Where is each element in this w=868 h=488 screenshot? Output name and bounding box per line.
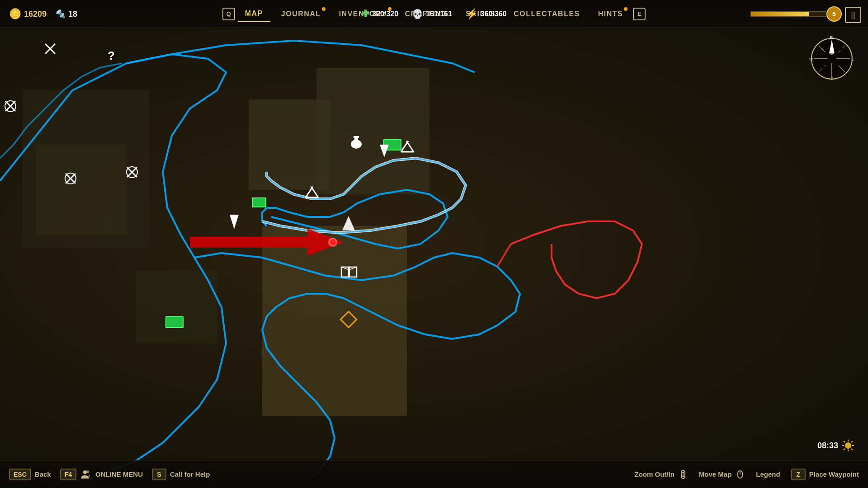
svg-rect-20 (354, 136, 359, 138)
svg-point-54 (83, 470, 87, 474)
svg-text:E: E (851, 57, 854, 61)
red-dot-target (328, 238, 337, 247)
bottom-right-actions: Zoom Out/In Move Map Legend Z Pl (635, 469, 859, 480)
back-action: ESC Back (9, 469, 51, 480)
zone-borders (0, 0, 868, 488)
nav-tabs: MAP JOURNAL INVENTORY CRAFTING SKILLS CO… (238, 6, 631, 22)
legend-action: Legend (756, 470, 780, 478)
move-map-action: Move Map (699, 469, 745, 479)
sun-icon (842, 439, 854, 452)
marker-book (340, 265, 358, 281)
marker-exclaim-2 (380, 145, 389, 159)
svg-text:S: S (830, 76, 833, 81)
bottom-left-actions: ESC Back F4 ONLINE MENU S Call for Help (9, 469, 210, 480)
svg-line-52 (851, 441, 853, 442)
svg-point-45 (845, 442, 851, 449)
svg-text:N: N (830, 36, 834, 40)
mouse-icon (735, 469, 745, 479)
svg-line-53 (844, 449, 845, 450)
svg-line-16 (406, 141, 414, 152)
svg-line-0 (497, 244, 511, 267)
svg-marker-28 (342, 216, 355, 230)
scroll-icon (678, 469, 688, 479)
bottom-bar: ESC Back F4 ONLINE MENU S Call for Help … (0, 460, 868, 488)
tab-hints[interactable]: HINTS (591, 6, 631, 22)
marker-objective (342, 313, 355, 326)
svg-marker-29 (190, 229, 344, 256)
svg-marker-22 (380, 145, 389, 157)
svg-line-51 (851, 449, 853, 450)
clock-display: 08:33 (817, 439, 854, 452)
svg-line-50 (844, 441, 845, 442)
marker-loot-3 (165, 316, 184, 328)
svg-line-13 (311, 187, 318, 197)
red-arrow (190, 224, 344, 262)
tab-crafting[interactable]: CRAFTING (398, 6, 455, 22)
key-e[interactable]: E (633, 8, 646, 20)
svg-text:W: W (809, 57, 813, 61)
marker-question: ? (108, 49, 115, 63)
svg-marker-59 (682, 476, 684, 478)
tab-map[interactable]: MAP (238, 6, 270, 22)
marker-mission-1 (4, 99, 17, 115)
marker-tools-2 (399, 137, 415, 155)
online-menu-action: F4 ONLINE MENU (60, 469, 143, 480)
marker-tools-1 (304, 183, 320, 201)
svg-marker-58 (682, 471, 684, 473)
player-marker (342, 216, 355, 232)
svg-rect-19 (354, 137, 358, 143)
svg-point-55 (86, 470, 89, 473)
call-for-help-action: S Call for Help (152, 469, 210, 480)
compass: N S E W (809, 36, 854, 81)
call-for-help-label: Call for Help (170, 470, 210, 478)
top-nav: Q MAP JOURNAL INVENTORY CRAFTING SKILLS … (0, 0, 868, 28)
people-icon (80, 469, 90, 479)
pause-button[interactable]: || (845, 7, 861, 23)
map-container[interactable]: ? (0, 0, 868, 488)
place-waypoint-action: Z Place Waypoint (791, 469, 859, 480)
marker-potion (350, 133, 363, 151)
zoom-action: Zoom Out/In (635, 469, 688, 479)
key-q[interactable]: Q (222, 8, 235, 20)
marker-mission-3 (125, 165, 139, 181)
tab-journal[interactable]: JOURNAL (274, 6, 328, 22)
level-badge: 5 (826, 6, 842, 22)
tab-collectables[interactable]: COLLECTABLES (506, 6, 587, 22)
tab-inventory[interactable]: INVENTORY (332, 6, 394, 22)
tab-skills[interactable]: SKILLS (458, 6, 503, 22)
marker-mission-2 (64, 172, 77, 187)
marker-mission-4 (43, 42, 57, 57)
marker-loot-1 (252, 197, 266, 207)
